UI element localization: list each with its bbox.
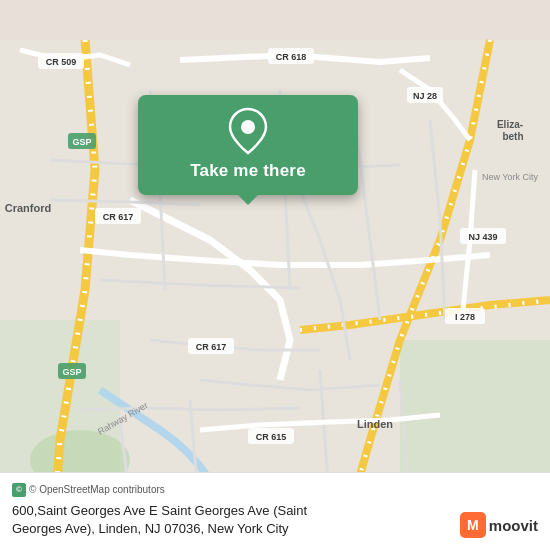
- osm-credit: © © OpenStreetMap contributors: [12, 483, 538, 497]
- svg-text:CR 509: CR 509: [46, 57, 77, 67]
- svg-text:NJ 439: NJ 439: [468, 232, 497, 242]
- map-svg: CR 509 CR 618 GSP CR 617 Roselle Park CR…: [0, 0, 550, 550]
- take-me-there-button[interactable]: Take me there: [190, 161, 306, 181]
- svg-text:CR 615: CR 615: [256, 432, 287, 442]
- moovit-icon: M: [460, 512, 486, 538]
- pin-wrapper: [228, 107, 268, 155]
- osm-logo-icon: ©: [12, 483, 26, 497]
- address-line1: 600,Saint Georges Ave E Saint Georges Av…: [12, 503, 307, 518]
- svg-text:NJ 28: NJ 28: [413, 91, 437, 101]
- svg-text:I 278: I 278: [455, 312, 475, 322]
- address-line2: Georges Ave), Linden, NJ 07036, New York…: [12, 521, 289, 536]
- svg-text:Linden: Linden: [357, 418, 393, 430]
- svg-text:beth: beth: [502, 131, 523, 142]
- svg-text:CR 617: CR 617: [103, 212, 134, 222]
- bottom-bar: © © OpenStreetMap contributors 600,Saint…: [0, 472, 550, 550]
- osm-credit-text: © OpenStreetMap contributors: [29, 484, 165, 495]
- svg-point-33: [241, 120, 255, 134]
- svg-text:GSP: GSP: [62, 367, 81, 377]
- popup-card: Take me there: [138, 95, 358, 195]
- svg-text:Cranford: Cranford: [5, 202, 51, 214]
- moovit-brand-text: moovit: [489, 517, 538, 534]
- svg-text:Eliza-: Eliza-: [497, 119, 523, 130]
- moovit-icon-char: M: [467, 517, 479, 533]
- svg-text:CR 618: CR 618: [276, 52, 307, 62]
- svg-text:GSP: GSP: [72, 137, 91, 147]
- svg-text:CR 617: CR 617: [196, 342, 227, 352]
- location-pin-icon: [228, 107, 268, 155]
- svg-text:New York City: New York City: [482, 172, 539, 182]
- map-container: CR 509 CR 618 GSP CR 617 Roselle Park CR…: [0, 0, 550, 550]
- moovit-logo: M moovit: [460, 512, 538, 538]
